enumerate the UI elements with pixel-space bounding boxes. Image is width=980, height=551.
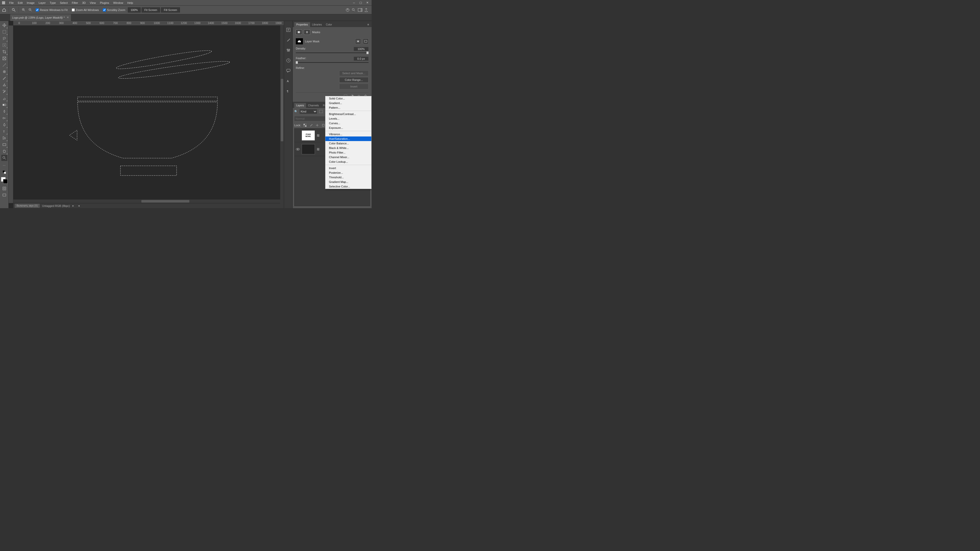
layer-mask-thumb[interactable]: [296, 38, 303, 44]
menu-view[interactable]: View: [88, 1, 98, 4]
screen-mode-icon[interactable]: [2, 192, 7, 198]
blur-tool[interactable]: [1, 108, 7, 114]
eraser-tool[interactable]: [1, 95, 7, 101]
resize-windows-checkbox[interactable]: Resize Windows to Fit: [34, 8, 69, 11]
zoom-all-checkbox[interactable]: Zoom All Windows: [70, 8, 100, 11]
search-icon[interactable]: [352, 8, 356, 12]
pixel-mask-icon[interactable]: [296, 30, 302, 35]
ruler-vertical[interactable]: [9, 25, 13, 203]
object-select-tool[interactable]: [1, 42, 7, 48]
visibility-toggle[interactable]: [296, 133, 300, 138]
tab-libraries[interactable]: Libraries: [310, 22, 324, 27]
menu-edit[interactable]: Edit: [16, 1, 25, 4]
adj-menu-item[interactable]: Hue/Saturation...: [325, 137, 371, 141]
adj-menu-item[interactable]: Gradient Map...: [325, 179, 371, 184]
vector-mask-icon[interactable]: [304, 30, 310, 35]
character-panel-icon[interactable]: A: [286, 78, 291, 84]
add-pixel-mask-button[interactable]: [355, 38, 361, 44]
density-value[interactable]: 100%: [354, 47, 369, 51]
color-range-button[interactable]: Color Range...: [339, 77, 369, 83]
color-swatches[interactable]: [1, 177, 8, 184]
adjustments-panel-icon[interactable]: [286, 48, 291, 53]
adj-menu-item[interactable]: Channel Mixer...: [325, 155, 371, 159]
path-select-tool[interactable]: [1, 135, 7, 141]
pen-tool[interactable]: [1, 122, 7, 128]
quick-mask-icon[interactable]: [2, 186, 7, 191]
document-tab[interactable]: Logo.psb @ 139% (Logo, Layer Mask/8) * ✕: [10, 14, 71, 21]
menu-layer[interactable]: Layer: [37, 1, 48, 4]
lock-image-icon[interactable]: [309, 123, 313, 127]
edit-toolbar-icon[interactable]: ⋯: [2, 163, 7, 168]
zoom-in-button[interactable]: [21, 7, 27, 13]
feather-slider[interactable]: [296, 62, 369, 63]
cloud-account-icon[interactable]: [345, 8, 350, 12]
workspace-switcher[interactable]: [358, 8, 363, 12]
adj-menu-item[interactable]: Brightness/Contrast...: [325, 112, 371, 116]
adj-menu-item[interactable]: Solid Color...: [325, 96, 371, 101]
lock-transparency-icon[interactable]: [303, 123, 307, 127]
menu-window[interactable]: Window: [111, 1, 125, 4]
filter-search-icon[interactable]: 🔍: [294, 110, 298, 113]
healing-brush-tool[interactable]: [1, 68, 7, 75]
link-icon[interactable]: ⛓: [317, 134, 320, 137]
status-zoom-field[interactable]: Включить звук (X): [15, 204, 40, 208]
menu-filter[interactable]: Filter: [70, 1, 80, 4]
clock-panel-icon[interactable]: [286, 58, 291, 63]
status-prev-icon[interactable]: ◂: [78, 204, 80, 207]
brush-tool[interactable]: [1, 75, 7, 81]
tab-color[interactable]: Color: [324, 22, 334, 27]
menu-plugins[interactable]: Plugins: [98, 1, 111, 4]
filter-pixel-icon[interactable]: [319, 109, 323, 114]
paragraph-panel-icon[interactable]: ¶: [286, 88, 291, 94]
invert-button[interactable]: Invert: [339, 84, 369, 89]
layer-thumb[interactable]: [302, 144, 315, 154]
ruler-horizontal[interactable]: 0100200300400500600700800900100011001200…: [13, 21, 284, 25]
marquee-tool[interactable]: [1, 29, 7, 35]
gradient-tool[interactable]: [1, 102, 7, 108]
adj-menu-item[interactable]: Color Balance...: [325, 141, 371, 146]
window-close-button[interactable]: ✕: [364, 0, 371, 5]
history-panel-icon[interactable]: [286, 27, 291, 33]
adj-menu-item[interactable]: Threshold...: [325, 175, 371, 179]
lock-artboard-icon[interactable]: [321, 123, 325, 127]
feather-value[interactable]: 0.0 px: [354, 57, 369, 61]
horizontal-scrollbar[interactable]: [13, 200, 280, 203]
dodge-tool[interactable]: [1, 115, 7, 121]
adj-menu-item[interactable]: Levels...: [325, 116, 371, 121]
layer-thumb[interactable]: POKEBOWL: [302, 130, 315, 141]
adj-menu-item[interactable]: Black & White...: [325, 146, 371, 150]
fit-screen-button[interactable]: Fit Screen: [142, 7, 160, 13]
adj-menu-item[interactable]: Posterize...: [325, 170, 371, 175]
history-brush-tool[interactable]: [1, 89, 7, 95]
tab-layers[interactable]: Layers: [294, 103, 306, 108]
window-maximize-button[interactable]: ▢: [357, 0, 364, 5]
canvas[interactable]: [13, 25, 284, 203]
hand-tool[interactable]: [1, 148, 7, 154]
vertical-scrollbar[interactable]: [280, 25, 284, 203]
brushes-panel-icon[interactable]: [286, 37, 291, 43]
adj-menu-item[interactable]: Gradient...: [325, 101, 371, 105]
menu-type[interactable]: Type: [48, 1, 58, 4]
menu-file[interactable]: File: [7, 1, 16, 4]
zoom-percent-input[interactable]: [128, 7, 141, 13]
menu-select[interactable]: Select: [58, 1, 70, 4]
panel-menu-icon[interactable]: ≡: [366, 22, 370, 27]
adj-menu-item[interactable]: Invert: [325, 166, 371, 170]
menu-image[interactable]: Image: [25, 1, 37, 4]
adj-menu-item[interactable]: Photo Filter...: [325, 150, 371, 155]
fill-screen-button[interactable]: Fill Screen: [161, 7, 180, 13]
clone-stamp-tool[interactable]: [1, 82, 7, 88]
adj-menu-item[interactable]: Color Lookup...: [325, 159, 371, 164]
comments-panel-icon[interactable]: [286, 68, 291, 73]
status-chevron-icon[interactable]: ▸: [73, 204, 74, 207]
scrubby-zoom-checkbox[interactable]: Scrubby Zoom: [101, 8, 127, 11]
select-and-mask-button[interactable]: Select and Mask...: [339, 70, 369, 76]
menu-help[interactable]: Help: [125, 1, 135, 4]
link-icon[interactable]: ⛓: [317, 148, 320, 151]
adj-menu-item[interactable]: Vibrance...: [325, 132, 371, 137]
window-minimize-button[interactable]: ─: [351, 0, 357, 5]
frame-tool[interactable]: [1, 56, 7, 62]
move-tool[interactable]: [1, 22, 7, 28]
zoom-tool-icon[interactable]: [11, 7, 17, 13]
crop-tool[interactable]: [1, 49, 7, 55]
